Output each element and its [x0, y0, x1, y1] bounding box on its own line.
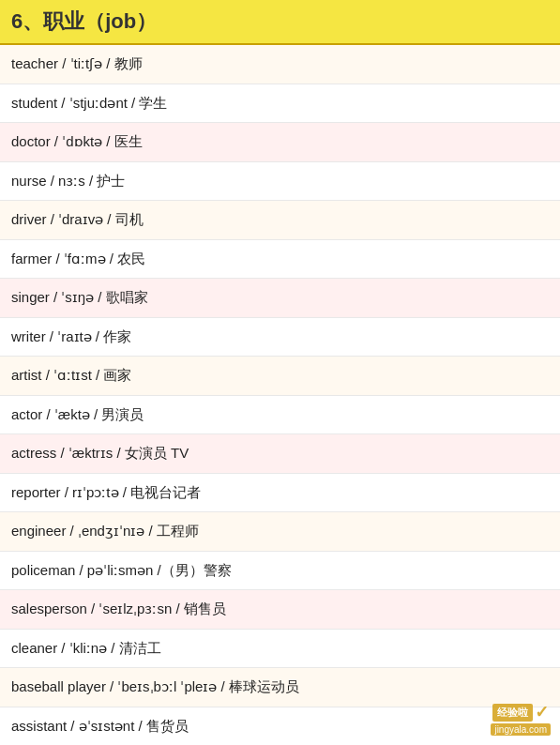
- vocab-text: salesperson / ˈseɪlzˌpɜːsn / 销售员: [11, 599, 226, 620]
- vocab-row: artist / ˈɑːtɪst / 画家: [0, 357, 560, 396]
- watermark-check: ✓: [535, 702, 549, 722]
- vocab-row: singer / ˈsɪŋə / 歌唱家: [0, 279, 560, 318]
- vocab-row: driver / ˈdraɪvə / 司机: [0, 201, 560, 240]
- vocab-row: actress / ˈæktrɪs / 女演员 TV: [0, 434, 560, 474]
- vocab-text: driver / ˈdraɪvə / 司机: [11, 209, 144, 231]
- vocab-text: actor / ˈæktə / 男演员: [11, 404, 144, 426]
- vocab-text: engineer / ˌendʒɪˈnɪə / 工程师: [11, 521, 199, 542]
- watermark: 经验啦 ✓ jingyala.com: [491, 702, 551, 736]
- vocab-row: teacher / ˈtiːtʃə / 教师: [0, 45, 560, 84]
- vocab-row: engineer / ˌendʒɪˈnɪə / 工程师: [0, 512, 560, 552]
- vocab-list: teacher / ˈtiːtʃə / 教师student / ˈstjuːdə…: [0, 45, 560, 745]
- vocab-row: actor / ˈæktə / 男演员: [0, 396, 560, 435]
- watermark-label: 经验啦: [492, 704, 533, 722]
- vocab-row: baseball player / ˈbeɪsˌbɔːl ˈpleɪə / 棒球…: [0, 668, 560, 707]
- vocab-row: reporter / rɪˈpɔːtə / 电视台记者: [0, 474, 560, 513]
- vocab-text: baseball player / ˈbeɪsˌbɔːl ˈpleɪə / 棒球…: [11, 677, 299, 698]
- vocab-text: farmer / ˈfɑːmə / 农民: [11, 249, 145, 270]
- vocab-row: farmer / ˈfɑːmə / 农民: [0, 240, 560, 280]
- vocab-row: doctor / ˈdɒktə / 医生: [0, 123, 560, 162]
- vocab-text: student / ˈstjuːdənt / 学生: [11, 93, 167, 114]
- header-title: 6、职业（job）: [11, 9, 157, 33]
- vocab-text: artist / ˈɑːtɪst / 画家: [11, 365, 131, 387]
- vocab-text: reporter / rɪˈpɔːtə / 电视台记者: [11, 482, 201, 504]
- vocab-text: actress / ˈæktrɪs / 女演员 TV: [11, 443, 189, 464]
- watermark-site: jingyala.com: [491, 723, 551, 736]
- vocab-row: nurse / nɜːs / 护士: [0, 162, 560, 202]
- vocab-text: doctor / ˈdɒktə / 医生: [11, 131, 143, 153]
- vocab-row: policeman / pəˈliːsmən /（男）警察: [0, 552, 560, 591]
- vocab-text: policeman / pəˈliːsmən /（男）警察: [11, 560, 232, 582]
- vocab-text: assistant / əˈsɪstənt / 售货员: [11, 716, 189, 737]
- vocab-row: writer / ˈraɪtə / 作家: [0, 318, 560, 357]
- vocab-row: cleaner / ˈkliːnə / 清洁工: [0, 630, 560, 669]
- vocab-row: student / ˈstjuːdənt / 学生: [0, 84, 560, 124]
- vocab-row: salesperson / ˈseɪlzˌpɜːsn / 销售员: [0, 590, 560, 630]
- header: 6、职业（job）: [0, 0, 560, 45]
- vocab-text: cleaner / ˈkliːnə / 清洁工: [11, 638, 161, 660]
- vocab-text: nurse / nɜːs / 护士: [11, 171, 125, 192]
- vocab-text: teacher / ˈtiːtʃə / 教师: [11, 53, 143, 75]
- vocab-row: assistant / əˈsɪstənt / 售货员: [0, 707, 560, 746]
- vocab-text: singer / ˈsɪŋə / 歌唱家: [11, 287, 148, 309]
- vocab-text: writer / ˈraɪtə / 作家: [11, 327, 131, 348]
